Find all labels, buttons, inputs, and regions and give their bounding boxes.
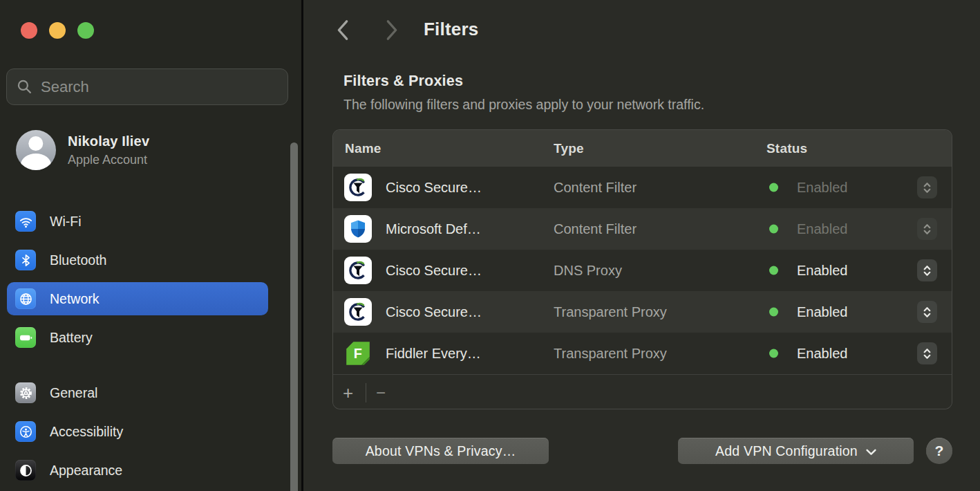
sidebar-item-label: Network (50, 291, 100, 307)
table-row[interactable]: Microsoft Def…Content FilterEnabled (333, 208, 952, 250)
sidebar-item-label: Appearance (50, 463, 122, 479)
filter-type: Content Filter (554, 221, 637, 237)
back-button[interactable] (335, 19, 350, 41)
avatar (16, 130, 56, 170)
sidebar-item-network[interactable]: Network (7, 282, 268, 315)
sidebar-item-accessibility[interactable]: Accessibility (7, 415, 268, 448)
filter-type: Transparent Proxy (554, 346, 667, 362)
sidebar-item-general[interactable]: General (7, 376, 268, 409)
microsoft-defender-icon (344, 215, 372, 243)
chevron-down-icon (866, 449, 876, 456)
filter-name: Cisco Secure… (386, 180, 482, 196)
status-label: Enabled (797, 346, 847, 362)
table-row[interactable]: Cisco Secure…Transparent ProxyEnabled (333, 291, 952, 333)
filter-name: Cisco Secure… (386, 263, 482, 279)
profile[interactable]: Nikolay Iliev Apple Account (16, 130, 149, 170)
status-stepper[interactable] (917, 259, 937, 281)
add-filter-button[interactable]: + (343, 384, 353, 402)
remove-filter-button[interactable]: − (376, 385, 386, 401)
main-pane: Filters Filters & Proxies The following … (303, 0, 980, 491)
sidebar-item-wifi[interactable]: Wi-Fi (7, 205, 268, 238)
section-title: Filters & Proxies (343, 73, 463, 90)
filter-type: Content Filter (554, 180, 637, 196)
filter-type: DNS Proxy (554, 263, 622, 279)
profile-name: Nikolay Iliev (68, 133, 149, 149)
add-vpn-label: Add VPN Configuration (715, 443, 858, 459)
table-row[interactable]: Cisco Secure…Content FilterEnabled (333, 167, 952, 208)
status-label: Enabled (797, 221, 847, 237)
filters-table: Name Type Status Cisco Secure…Content Fi… (332, 129, 952, 409)
cisco-secure-icon (344, 298, 372, 326)
about-vpns-privacy-button[interactable]: About VPNs & Privacy… (332, 438, 549, 464)
table-row[interactable]: Cisco Secure…DNS ProxyEnabled (333, 250, 952, 291)
close-button[interactable] (21, 22, 37, 39)
profile-subtitle: Apple Account (68, 153, 149, 167)
search-icon (17, 79, 32, 95)
table-header: Name Type Status (333, 130, 952, 167)
column-header-type: Type (554, 141, 584, 156)
column-header-status: Status (766, 141, 807, 156)
status-dot (769, 266, 778, 275)
status-dot (769, 349, 778, 358)
accessibility-icon (15, 421, 36, 442)
window-controls (21, 22, 94, 39)
sidebar-group: GeneralAccessibilityAppearance (7, 376, 268, 487)
minimize-button[interactable] (49, 22, 66, 39)
sidebar-item-battery[interactable]: Battery (7, 321, 268, 354)
filter-name: Fiddler Every… (386, 346, 481, 362)
search-field[interactable] (6, 68, 288, 105)
help-button[interactable]: ? (926, 438, 952, 464)
table-row[interactable]: FFiddler Every…Transparent ProxyEnabled (333, 333, 952, 374)
filter-type: Transparent Proxy (554, 304, 667, 320)
sidebar-item-bluetooth[interactable]: Bluetooth (7, 243, 268, 277)
filter-name: Cisco Secure… (386, 304, 482, 320)
bluetooth-icon (15, 250, 36, 270)
sidebar-item-label: Wi-Fi (50, 214, 81, 230)
sidebar-nav: Wi-FiBluetoothNetworkBatteryGeneralAcces… (7, 205, 268, 491)
status-dot (769, 183, 778, 192)
status-label: Enabled (797, 263, 847, 279)
sidebar-item-label: General (50, 385, 97, 401)
status-label: Enabled (797, 304, 847, 320)
status-stepper[interactable] (917, 176, 937, 198)
forward-button[interactable] (384, 19, 399, 41)
add-vpn-configuration-button[interactable]: Add VPN Configuration (678, 438, 914, 464)
appearance-icon (15, 460, 36, 481)
status-dot (769, 225, 778, 234)
system-settings-window: Nikolay Iliev Apple Account Wi-FiBluetoo… (0, 0, 980, 491)
status-label: Enabled (797, 180, 847, 196)
status-stepper[interactable] (917, 342, 937, 364)
sidebar-item-label: Accessibility (50, 424, 123, 440)
status-stepper[interactable] (917, 301, 937, 323)
sidebar-item-label: Battery (50, 330, 93, 346)
zoom-button[interactable] (77, 22, 94, 39)
column-header-name: Name (345, 141, 381, 156)
cisco-secure-icon (344, 257, 372, 284)
sidebar-scrollbar[interactable] (290, 142, 298, 491)
search-input[interactable] (41, 78, 278, 96)
filter-name: Microsoft Def… (386, 221, 481, 237)
network-icon (15, 288, 36, 309)
table-footer: + − (333, 374, 952, 409)
status-stepper[interactable] (917, 218, 937, 240)
footer-divider (366, 383, 366, 402)
wifi-icon (15, 211, 36, 232)
sidebar-item-label: Bluetooth (50, 252, 106, 268)
cisco-secure-icon (344, 174, 372, 201)
page-title: Filters (424, 19, 478, 40)
sidebar-group: Wi-FiBluetoothNetworkBattery (7, 205, 268, 354)
fiddler-icon: F (344, 340, 372, 367)
section-subtitle: The following filters and proxies apply … (343, 97, 704, 113)
sidebar: Nikolay Iliev Apple Account Wi-FiBluetoo… (0, 0, 301, 491)
battery-icon (15, 327, 36, 348)
status-dot (769, 308, 778, 317)
general-icon (15, 382, 36, 403)
sidebar-item-appearance[interactable]: Appearance (7, 454, 268, 487)
svg-text:F: F (354, 346, 362, 361)
